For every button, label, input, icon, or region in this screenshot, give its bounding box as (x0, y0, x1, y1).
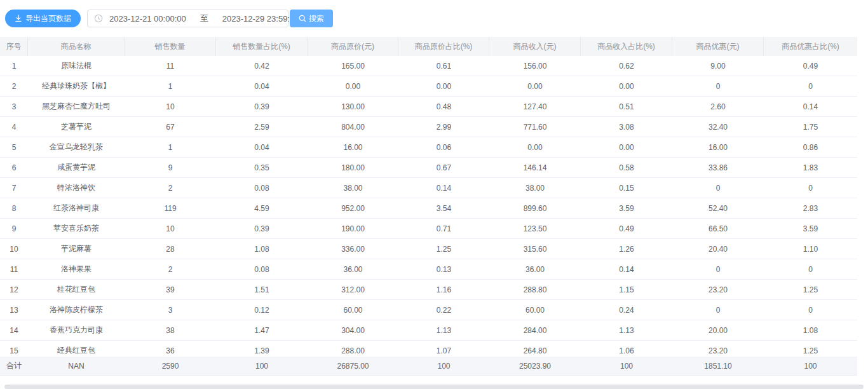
table-cell: 1.47 (216, 320, 308, 340)
table-cell: 0.39 (216, 97, 308, 116)
table-cell: 苹安喜乐奶茶 (28, 219, 125, 238)
table-cell: 1.39 (216, 341, 308, 357)
table-row: 8红茶洛神司康1194.59952.003.54899.603.5952.402… (0, 198, 857, 219)
table-cell: 洛神果果 (28, 259, 125, 279)
table-cell: 28 (125, 239, 216, 259)
table-cell: 3.59 (581, 198, 672, 218)
table-cell: 0.13 (398, 259, 489, 279)
date-range-end: 2023-12-29 23:59:59 (222, 14, 299, 24)
table-cell: 1.15 (581, 280, 672, 299)
table-cell: 0.00 (398, 76, 489, 96)
clock-icon (94, 14, 103, 23)
table-cell: 16.00 (308, 137, 398, 157)
table-header-row: 序号商品名称销售数量销售数量占比(%)商品原价(元)商品原价占比(%)商品收入(… (0, 37, 857, 56)
table-row: 13洛神陈皮柠檬茶30.1260.000.2260.000.2400 (0, 300, 857, 320)
export-page-data-button[interactable]: 导出当页数据 (5, 10, 81, 27)
table-cell: 1.13 (398, 320, 489, 340)
table-cell: 1.75 (764, 117, 857, 137)
table-cell: 0.04 (216, 76, 308, 96)
table-cell: 0.00 (581, 76, 672, 96)
table-cell: 咸蛋黄芋泥 (28, 158, 125, 177)
column-header: 商品收入(元) (489, 37, 581, 56)
table-cell: 312.00 (308, 280, 398, 299)
column-header: 商品名称 (28, 37, 125, 56)
table-cell: 0.49 (581, 219, 672, 238)
table-cell: 8 (0, 198, 28, 218)
table-cell: 0.48 (398, 97, 489, 116)
table-row: 1原味法棍110.42165.000.61156.000.629.000.49 (0, 56, 857, 76)
table-cell: 804.00 (308, 117, 398, 137)
table-cell: 13 (0, 300, 28, 320)
date-range-separator: 至 (200, 13, 208, 24)
table-cell: 1.10 (764, 239, 857, 259)
table-row: 12桂花红豆包391.51312.001.16288.801.1523.201.… (0, 280, 857, 300)
table-cell: 6 (0, 158, 28, 177)
table-cell: 0.08 (216, 259, 308, 279)
table-cell: 0.61 (398, 56, 489, 76)
summary-cell: 100 (581, 357, 672, 375)
summary-cell: 2590 (125, 357, 216, 375)
table-cell: 1.25 (398, 239, 489, 259)
export-button-label: 导出当页数据 (25, 13, 71, 24)
download-icon (15, 15, 22, 22)
table-cell: 1 (125, 76, 216, 96)
table-cell: 39 (125, 280, 216, 299)
table-cell: 0.00 (489, 137, 581, 157)
table-row: 14香蕉巧克力司康381.47304.001.13284.001.1320.00… (0, 320, 857, 341)
table-cell: 33.86 (672, 158, 764, 177)
table-cell: 0.24 (581, 300, 672, 320)
table-row: 4芝薯芋泥672.59804.002.99771.603.0832.401.75 (0, 117, 857, 137)
summary-cell: NAN (28, 357, 125, 375)
table-cell: 0 (764, 178, 857, 198)
column-header: 销售数量 (125, 37, 216, 56)
table-cell: 0.51 (581, 97, 672, 116)
table-cell: 2.99 (398, 117, 489, 137)
table-cell: 2 (0, 76, 28, 96)
table-cell: 1.83 (764, 158, 857, 177)
table-cell: 14 (0, 320, 28, 340)
table-cell: 20.40 (672, 239, 764, 259)
table-cell: 桂花红豆包 (28, 280, 125, 299)
table-row: 2经典珍珠奶茶【椒】10.040.000.000.000.0000 (0, 76, 857, 97)
table-cell: 金宣乌龙轻乳茶 (28, 137, 125, 157)
horizontal-scrollbar-thumb[interactable] (4, 385, 864, 389)
table-cell: 4 (0, 117, 28, 137)
table-cell: 38.00 (308, 178, 398, 198)
table-cell: 0.04 (216, 137, 308, 157)
table-cell: 经典红豆包 (28, 341, 125, 357)
table-cell: 黑芝麻杏仁魔方吐司 (28, 97, 125, 116)
search-button-label: 搜索 (309, 13, 324, 24)
table-cell: 288.00 (308, 341, 398, 357)
table-cell: 0.14 (398, 178, 489, 198)
table-cell: 1.08 (216, 239, 308, 259)
table-cell: 38.00 (489, 178, 581, 198)
table-cell: 952.00 (308, 198, 398, 218)
table-row: 3黑芝麻杏仁魔方吐司100.39130.000.48127.400.512.60… (0, 97, 857, 117)
table-cell: 38 (125, 320, 216, 340)
table-cell: 3 (0, 97, 28, 116)
table-cell: 3 (125, 300, 216, 320)
table-cell: 0 (672, 300, 764, 320)
table-cell: 315.60 (489, 239, 581, 259)
search-button[interactable]: 搜索 (290, 10, 333, 27)
table-cell: 336.00 (308, 239, 398, 259)
table-cell: 156.00 (489, 56, 581, 76)
summary-cell: 100 (764, 357, 857, 375)
table-cell: 1 (0, 56, 28, 76)
table-cell: 0.00 (581, 137, 672, 157)
table-cell: 0.08 (216, 178, 308, 198)
table-cell: 60.00 (308, 300, 398, 320)
table-cell: 4.59 (216, 198, 308, 218)
table-cell: 0.06 (398, 137, 489, 157)
table-cell: 0 (764, 76, 857, 96)
table-cell: 12 (0, 280, 28, 299)
summary-cell: 100 (216, 357, 308, 375)
table-cell: 原味法棍 (28, 56, 125, 76)
table-cell: 0.14 (764, 97, 857, 116)
table-cell: 11 (125, 56, 216, 76)
table-cell: 0 (764, 300, 857, 320)
table-cell: 1.06 (581, 341, 672, 357)
table-cell: 11 (0, 259, 28, 279)
table-cell: 2.59 (216, 117, 308, 137)
date-range-picker[interactable]: 2023-12-21 00:00:00 至 2023-12-29 23:59:5… (87, 10, 288, 27)
